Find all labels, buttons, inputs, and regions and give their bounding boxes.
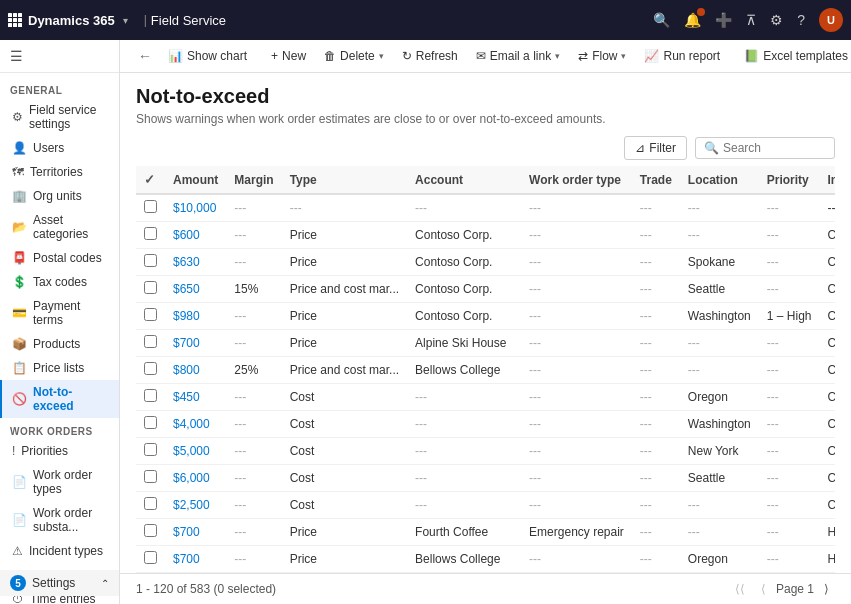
row-checkbox[interactable] [144,227,157,240]
cell-checkbox[interactable] [136,249,165,276]
settings-icon[interactable]: ⚙ [770,12,783,28]
cell-checkbox[interactable] [136,546,165,573]
amount-link[interactable]: $6,000 [173,471,210,485]
flow-button[interactable]: ⇄ Flow ▾ [570,45,634,67]
cell-amount[interactable]: $700 [165,519,226,546]
sidebar-item-price-lists[interactable]: 📋Price lists [0,356,119,380]
row-checkbox[interactable] [144,389,157,402]
module-name[interactable]: Field Service [151,13,226,28]
row-checkbox[interactable] [144,524,157,537]
amount-link[interactable]: $2,500 [173,498,210,512]
new-button[interactable]: + New [263,45,314,67]
th-location[interactable]: Location [680,166,759,194]
amount-link[interactable]: $800 [173,363,200,377]
bell-icon[interactable]: 🔔 [684,12,701,28]
sidebar-item-incident-types[interactable]: ⚠Incident types [0,539,119,563]
sidebar-item-work-order-types[interactable]: 📄Work order types [0,463,119,501]
cell-checkbox[interactable] [136,384,165,411]
th-amount[interactable]: Amount [165,166,226,194]
excel-templates-button[interactable]: 📗 Excel templates ▾ [736,45,851,67]
cell-amount[interactable]: $700 [165,330,226,357]
sidebar-item-field-service-settings[interactable]: ⚙Field service settings [0,98,119,136]
cell-amount[interactable]: $5,000 [165,438,226,465]
row-checkbox[interactable] [144,335,157,348]
sidebar-settings[interactable]: 5 Settings ⌃ [0,570,119,596]
sidebar-item-priorities[interactable]: !Priorities [0,439,119,463]
sidebar-item-products[interactable]: 📦Products [0,332,119,356]
row-checkbox[interactable] [144,416,157,429]
next-page-button[interactable]: ⟩ [818,580,835,598]
cell-checkbox[interactable] [136,357,165,384]
table-row[interactable]: $2,500 --- Cost --- --- --- --- --- Cool… [136,492,835,519]
cell-amount[interactable]: $600 [165,222,226,249]
prev-page-button[interactable]: ⟨ [755,580,772,598]
amount-link[interactable]: $980 [173,309,200,323]
cell-checkbox[interactable] [136,330,165,357]
cell-checkbox[interactable] [136,411,165,438]
table-row[interactable]: $700 --- Price Fourth Coffee Emergency r… [136,519,835,546]
funnel-icon[interactable]: ⊼ [746,12,756,28]
cell-amount[interactable]: $4,000 [165,411,226,438]
sidebar-item-territories[interactable]: 🗺Territories [0,160,119,184]
cell-amount[interactable]: $650 [165,276,226,303]
table-row[interactable]: $980 --- Price Contoso Corp. --- --- Was… [136,303,835,330]
table-row[interactable]: $650 15% Price and cost mar... Contoso C… [136,276,835,303]
amount-link[interactable]: $5,000 [173,444,210,458]
row-checkbox[interactable] [144,443,157,456]
table-row[interactable]: $6,000 --- Cost --- --- --- Seattle --- … [136,465,835,492]
cell-amount[interactable]: $800 [165,357,226,384]
filter-button[interactable]: ⊿ Filter [624,136,687,160]
cell-checkbox[interactable] [136,194,165,222]
table-row[interactable]: $700 --- Price Bellows College --- --- O… [136,546,835,573]
row-checkbox[interactable] [144,551,157,564]
sidebar-item-not-to-exceed[interactable]: 🚫Not-to-exceed [0,380,119,418]
email-link-button[interactable]: ✉ Email a link ▾ [468,45,568,67]
cell-checkbox[interactable] [136,465,165,492]
table-row[interactable]: $4,000 --- Cost --- --- --- Washington -… [136,411,835,438]
th-priority[interactable]: Priority [759,166,820,194]
th-account[interactable]: Account [407,166,521,194]
th-incident-type[interactable]: Incident type ↓ [819,166,835,194]
row-checkbox[interactable] [144,308,157,321]
sidebar-item-org-units[interactable]: 🏢Org units [0,184,119,208]
cell-amount[interactable]: $6,000 [165,465,226,492]
run-report-button[interactable]: 📈 Run report [636,45,728,67]
amount-link[interactable]: $630 [173,255,200,269]
cell-amount[interactable]: $700 [165,546,226,573]
amount-link[interactable]: $650 [173,282,200,296]
table-row[interactable]: $800 25% Price and cost mar... Bellows C… [136,357,835,384]
app-logo[interactable]: Dynamics 365 ▾ [8,13,128,28]
th-work-order-type[interactable]: Work order type [521,166,632,194]
cell-checkbox[interactable] [136,438,165,465]
amount-link[interactable]: $700 [173,525,200,539]
cell-checkbox[interactable] [136,492,165,519]
amount-link[interactable]: $700 [173,336,200,350]
sidebar-item-postal-codes[interactable]: 📮Postal codes [0,246,119,270]
cell-checkbox[interactable] [136,222,165,249]
search-icon[interactable]: 🔍 [653,12,670,28]
cell-checkbox[interactable] [136,303,165,330]
delete-button[interactable]: 🗑 Delete ▾ [316,45,392,67]
cell-checkbox[interactable] [136,519,165,546]
amount-link[interactable]: $10,000 [173,201,216,215]
amount-link[interactable]: $450 [173,390,200,404]
th-margin[interactable]: Margin [226,166,281,194]
help-icon[interactable]: ? [797,12,805,28]
cell-amount[interactable]: $630 [165,249,226,276]
row-checkbox[interactable] [144,362,157,375]
add-icon[interactable]: ➕ [715,12,732,28]
row-checkbox[interactable] [144,281,157,294]
cell-amount[interactable]: $10,000 [165,194,226,222]
search-input[interactable] [723,141,826,155]
th-trade[interactable]: Trade [632,166,680,194]
table-row[interactable]: $450 --- Cost --- --- --- Oregon --- Coo… [136,384,835,411]
row-checkbox[interactable] [144,200,157,213]
table-row[interactable]: $700 --- Price Alpine Ski House --- --- … [136,330,835,357]
first-page-button[interactable]: ⟨⟨ [729,580,751,598]
cell-amount[interactable]: $2,500 [165,492,226,519]
amount-link[interactable]: $700 [173,552,200,566]
show-chart-button[interactable]: 📊 Show chart [160,45,255,67]
sidebar-item-users[interactable]: 👤Users [0,136,119,160]
back-button[interactable]: ← [132,44,158,68]
sidebar-item-payment-terms[interactable]: 💳Payment terms [0,294,119,332]
